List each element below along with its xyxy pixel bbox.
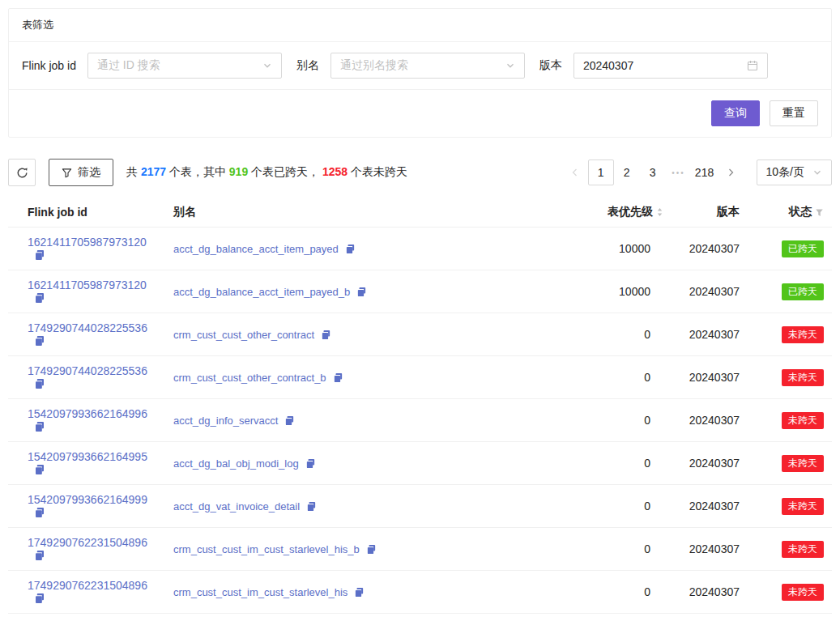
status-badge: 未跨天 <box>782 412 824 429</box>
sort-icon[interactable] <box>656 206 663 218</box>
flink-job-id-cell: 1542097993662164996 <box>8 399 167 442</box>
reset-button[interactable]: 重置 <box>770 100 818 126</box>
flink-job-id-placeholder: 通过 ID 搜索 <box>97 58 262 73</box>
column-header-priority: 表优先级 <box>565 198 670 228</box>
alias-cell: crm_cust_cust_im_cust_starlevel_his_b <box>167 528 565 571</box>
table-row: 1749290866069889024 acct_dg_staff_oper_l… <box>8 614 832 621</box>
alias-link[interactable]: acct_dg_balance_acct_item_payed <box>173 243 339 255</box>
page-button-3[interactable]: 3 <box>640 160 666 185</box>
flink-job-id-link[interactable]: 1542097993662164996 <box>28 407 147 420</box>
flink-job-id-link[interactable]: 1621411705987973120 <box>28 279 147 291</box>
status-badge: 未跨天 <box>782 326 824 343</box>
alias-cell: crm_cust_cust_other_contract_b <box>167 356 565 399</box>
page-button-last[interactable]: 218 <box>692 160 718 185</box>
version-date-input[interactable]: 20240307 <box>574 53 768 79</box>
status-cell: 已跨天 <box>748 270 832 313</box>
status-cell: 未跨天 <box>748 614 832 621</box>
column-header-alias: 别名 <box>167 198 565 228</box>
next-page-button[interactable] <box>718 160 744 185</box>
alias-link[interactable]: crm_cust_cust_other_contract <box>173 329 314 341</box>
prev-page-button[interactable] <box>562 160 588 185</box>
filter-row: Flink job id 通过 ID 搜索 别名 通过别名搜索 <box>9 42 831 90</box>
version-cell: 20240307 <box>670 442 748 485</box>
copy-icon[interactable] <box>305 458 316 469</box>
version-cell: 20240307 <box>670 485 748 528</box>
flink-job-id-cell: 1621411705987973120 <box>8 270 167 313</box>
flink-job-id-link[interactable]: 1749290744028225536 <box>28 364 147 377</box>
copy-icon[interactable] <box>34 421 45 432</box>
alias-cell: acct_dg_bal_obj_modi_log <box>167 442 565 485</box>
page-size-select-top[interactable]: 10条/页 <box>757 160 832 185</box>
toolbar: 筛选 共 2177 个表，其中 919 个表已跨天， 1258 个表未跨天 1 … <box>8 159 832 186</box>
status-badge: 未跨天 <box>782 455 824 472</box>
pagination-top: 1 2 3 ••• 218 <box>562 160 744 185</box>
query-button[interactable]: 查询 <box>711 100 760 126</box>
page-button-2[interactable]: 2 <box>614 160 640 185</box>
copy-icon[interactable] <box>333 372 343 383</box>
copy-icon[interactable] <box>321 330 331 340</box>
page-size-value: 10条/页 <box>766 165 804 180</box>
flink-job-id-link[interactable]: 1749290744028225536 <box>28 321 147 334</box>
priority-cell: 0 <box>565 313 670 356</box>
flink-job-id-select[interactable]: 通过 ID 搜索 <box>87 53 282 79</box>
filter-toggle-button[interactable]: 筛选 <box>49 159 113 186</box>
page-button-1[interactable]: 1 <box>588 160 614 185</box>
alias-link[interactable]: acct_dg_bal_obj_modi_log <box>173 457 299 470</box>
alias-select[interactable]: 通过别名搜索 <box>330 53 525 79</box>
copy-icon[interactable] <box>306 501 317 512</box>
status-badge: 未跨天 <box>782 584 824 601</box>
flink-job-id-cell: 1749290744028225536 <box>8 313 167 356</box>
table-row: 1542097993662164996 acct_dg_info_servacc… <box>8 399 832 442</box>
copy-icon[interactable] <box>34 335 45 347</box>
alias-cell: acct_dg_info_servacct <box>167 399 565 442</box>
status-cell: 未跨天 <box>748 399 832 442</box>
chevron-down-icon <box>812 168 822 177</box>
copy-icon[interactable] <box>34 249 45 261</box>
copy-icon[interactable] <box>34 378 45 389</box>
funnel-icon[interactable] <box>815 208 824 217</box>
flink-job-id-link[interactable]: 1542097993662164999 <box>28 493 147 506</box>
flink-job-id-link[interactable]: 1749290762231504896 <box>28 536 147 549</box>
summary-mid2: 个表已跨天， <box>248 165 322 178</box>
alias-link[interactable]: crm_cust_cust_im_cust_starlevel_his <box>173 586 348 598</box>
flink-job-id-link[interactable]: 1749290762231504896 <box>28 579 147 592</box>
alias-link[interactable]: acct_dg_info_servacct <box>173 415 278 427</box>
priority-cell: 0 <box>565 356 670 399</box>
copy-icon[interactable] <box>34 464 45 475</box>
copy-icon[interactable] <box>284 415 295 426</box>
alias-label: 别名 <box>296 58 319 73</box>
summary-suffix: 个表未跨天 <box>348 165 407 178</box>
table-row: 1621411705987973120 acct_dg_balance_acct… <box>8 270 832 313</box>
copy-icon[interactable] <box>356 287 367 297</box>
priority-header-label: 表优先级 <box>608 205 653 219</box>
page-ellipsis[interactable]: ••• <box>666 160 692 185</box>
copy-icon[interactable] <box>34 550 45 561</box>
version-label: 版本 <box>539 58 562 73</box>
summary-mid1: 个表，其中 <box>166 165 229 178</box>
alias-link[interactable]: acct_dg_balance_acct_item_payed_b <box>173 286 350 298</box>
flink-job-id-cell: 1621411705987973120 <box>8 228 167 270</box>
copy-icon[interactable] <box>366 544 377 555</box>
version-value: 20240307 <box>583 59 747 72</box>
flink-job-id-cell: 1542097993662164995 <box>8 442 167 485</box>
copy-icon[interactable] <box>34 292 45 304</box>
flink-job-id-link[interactable]: 1542097993662164995 <box>28 450 147 463</box>
status-cell: 已跨天 <box>748 228 832 270</box>
status-cell: 未跨天 <box>748 528 832 571</box>
status-badge: 未跨天 <box>782 498 824 515</box>
chevron-right-icon <box>727 168 735 177</box>
uncrossed-count: 1258 <box>322 165 348 178</box>
alias-link[interactable]: acct_dg_vat_invoice_detail <box>173 500 300 513</box>
total-count: 2177 <box>141 165 166 178</box>
alias-link[interactable]: crm_cust_cust_other_contract_b <box>173 372 326 384</box>
copy-icon[interactable] <box>354 587 365 598</box>
copy-icon[interactable] <box>34 593 45 604</box>
flink-job-id-link[interactable]: 1621411705987973120 <box>28 236 147 249</box>
copy-icon[interactable] <box>345 244 356 254</box>
copy-icon[interactable] <box>34 507 45 518</box>
alias-link[interactable]: crm_cust_cust_im_cust_starlevel_his_b <box>173 543 360 555</box>
chevron-left-icon <box>571 168 579 177</box>
alias-field: 别名 通过别名搜索 <box>296 53 525 79</box>
filter-icon <box>62 168 72 178</box>
refresh-button[interactable] <box>8 159 36 186</box>
